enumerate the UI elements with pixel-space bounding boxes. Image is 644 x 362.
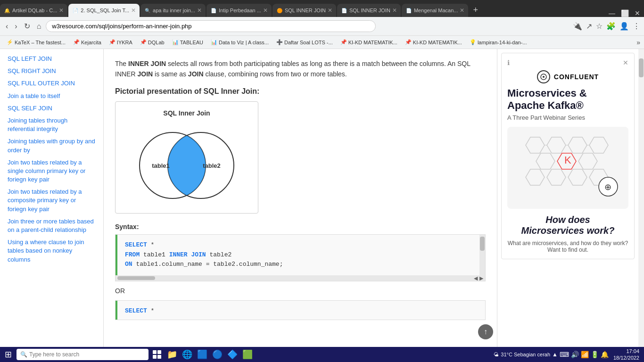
speaker-icon[interactable]: 🔊 <box>571 351 579 358</box>
puzzle-icon[interactable]: 🧩 <box>606 22 616 31</box>
taskbar-search-icon: 🔍 <box>20 351 27 358</box>
refresh-button[interactable]: ↻ <box>22 20 32 33</box>
back-button[interactable]: ‹ <box>4 20 10 33</box>
caret-up-icon[interactable]: ▲ <box>552 351 558 358</box>
taskbar-app-teams[interactable]: 🟦 <box>196 348 209 361</box>
tab-6-close[interactable]: ✕ <box>392 7 397 14</box>
page-layout: SQL LEFT JOIN SQL RIGHT JOIN SQL FULL OU… <box>0 49 644 347</box>
forward-button[interactable]: › <box>13 20 19 33</box>
start-button[interactable]: ⊞ <box>2 348 15 361</box>
code-scroll-x-1[interactable]: ◀ ▶ <box>116 275 485 281</box>
tab-4[interactable]: 📄 Intip Perbedaan ... ✕ <box>206 4 272 17</box>
window-controls: — ⬜ ✕ <box>605 9 644 17</box>
bookmark-dqlab[interactable]: 📌 DQLab <box>137 38 167 46</box>
tab-1[interactable]: 🔔 Artikel DQLab - C... ✕ <box>0 4 67 17</box>
tab-2-close[interactable]: ✕ <box>131 7 136 14</box>
bookmark-kikd2[interactable]: 📌 KI-KD MATEMATIK... <box>402 38 465 46</box>
star-icon[interactable]: ☆ <box>596 22 603 31</box>
taskbar-search-box[interactable]: 🔍 <box>17 349 149 360</box>
taskbar-app-file-explorer[interactable]: 📁 <box>165 348 179 361</box>
scroll-right-icon[interactable]: ▶ <box>479 275 483 281</box>
sidebar-item-join-table-itself[interactable]: Join a table to itself <box>0 90 103 102</box>
ad-close-button[interactable]: ✕ <box>623 59 628 66</box>
new-tab-button[interactable]: + <box>469 3 482 17</box>
sidebar-item-sql-self-join[interactable]: SQL SELF JOIN <box>0 102 103 115</box>
bookmark-kikd1-icon: 📌 <box>340 39 347 45</box>
profile-icon[interactable]: 👤 <box>619 22 629 31</box>
taskbar-app-edge2[interactable]: 🔷 <box>226 348 239 361</box>
taskbar-time-display[interactable]: 17:04 18/12/2022 <box>611 348 642 362</box>
svg-rect-26 <box>157 350 161 354</box>
notification-icon[interactable]: 🔔 <box>601 351 609 358</box>
bookmark-kejarcita[interactable]: 📌 Kejarcita <box>70 38 104 46</box>
code-scroll-v-1[interactable] <box>479 235 485 275</box>
sidebar-item-joining-tables-through[interactable]: Joining tables through referential integ… <box>0 115 103 135</box>
svg-marker-8 <box>526 137 545 153</box>
taskbar-app-edge[interactable]: 🌐 <box>181 348 194 361</box>
task-view-icon <box>152 350 162 359</box>
bookmark-kejarcita-icon: 📌 <box>73 39 80 45</box>
tab-5[interactable]: 🟠 SQL INNER JOIN ✕ <box>272 4 336 17</box>
battery-icon[interactable]: 🔋 <box>591 351 599 358</box>
pictorial-section-title: Pictorial presentation of SQL Inner Join… <box>115 87 486 96</box>
ad-info-icon[interactable]: ℹ <box>507 59 510 66</box>
confluent-logo: CONFLUENT <box>507 70 628 83</box>
bookmark-katex[interactable]: ⚡ KaTeX – The fastest... <box>4 38 68 46</box>
sidebar-item-sql-left-join[interactable]: SQL LEFT JOIN <box>0 53 103 65</box>
sidebar-item-join-two-tables-single[interactable]: Join two tables related by a single colu… <box>0 156 103 186</box>
sidebar-item-join-where-nonkey[interactable]: Using a where clause to join tables base… <box>0 236 103 266</box>
tab-3-close[interactable]: ✕ <box>197 7 202 14</box>
bookmark-soal[interactable]: ➕ Daftar Soal LOTS -... <box>273 38 336 46</box>
ad-title: Microservices & Apache Kafka® <box>507 87 628 112</box>
bookmarks-more-button[interactable]: » <box>636 39 640 46</box>
svg-marker-16 <box>526 169 545 185</box>
venn-svg: table1 table2 <box>123 121 250 206</box>
ad-network-svg: K ⊕ <box>514 132 622 203</box>
bookmark-dataviz[interactable]: 📊 Data to Viz | A class... <box>208 38 272 46</box>
bookmark-lampiran[interactable]: 💡 lampiran-14-ki-dan-... <box>467 38 530 46</box>
ad-tagline-2: Microservices work? <box>507 225 628 236</box>
scroll-left-icon[interactable]: ◀ <box>474 275 478 281</box>
page-scrollbar[interactable] <box>638 49 644 347</box>
syntax-section: Syntax: SELECT * FROM table1 INNER JOIN … <box>115 223 486 320</box>
tab-3[interactable]: 🔍 apa itu inner join... ✕ <box>140 4 206 17</box>
tab-1-icon: 🔔 <box>4 7 10 14</box>
sidebar-item-join-three-tables[interactable]: Join three or more tables based on a par… <box>0 215 103 236</box>
bookmark-soal-icon: ➕ <box>276 39 283 45</box>
bookmark-kikd1[interactable]: 📌 KI-KD MATEMATIK... <box>338 38 400 46</box>
keyboard-icon[interactable]: ⌨ <box>560 351 569 358</box>
bookmark-tableau[interactable]: 📊 TABLEAU <box>169 38 206 46</box>
taskbar-app-chrome[interactable]: 🔵 <box>211 348 224 361</box>
home-button[interactable]: ⌂ <box>35 20 43 33</box>
scroll-up-button[interactable]: ↑ <box>478 324 493 339</box>
tab-7[interactable]: 📄 Mengenal Macan... ✕ <box>402 4 469 17</box>
maximize-icon[interactable]: ⬜ <box>621 9 629 17</box>
tab-1-close[interactable]: ✕ <box>59 7 64 14</box>
minimize-icon[interactable]: — <box>609 9 615 17</box>
tab-1-title: Artikel DQLab - C... <box>12 8 57 13</box>
sidebar-item-joining-tables-group-by[interactable]: Joining tables with group by and order b… <box>0 135 103 156</box>
sidebar-item-sql-right-join[interactable]: SQL RIGHT JOIN <box>0 65 103 77</box>
sidebar-item-join-two-tables-composite[interactable]: Join two tables related by a composite p… <box>0 186 103 215</box>
extensions-icon[interactable]: 🔌 <box>573 22 582 31</box>
close-icon[interactable]: ✕ <box>635 9 640 17</box>
bookmark-iykra[interactable]: 📌 IYKRA <box>106 38 135 46</box>
taskbar-app-task-view[interactable] <box>150 348 164 361</box>
weather-text: 31°C Sebagian cerah <box>501 352 550 357</box>
bookmark-dataviz-icon: 📊 <box>211 39 217 45</box>
tab-5-close[interactable]: ✕ <box>328 7 332 14</box>
tab-2[interactable]: 📄 2. SQL_SQL Join T... ✕ <box>68 4 140 17</box>
tab-7-close[interactable]: ✕ <box>460 7 464 14</box>
address-input[interactable] <box>46 20 376 32</box>
sidebar-item-sql-full-outer-join[interactable]: SQL FULL OUTER JOIN <box>0 77 103 90</box>
tab-4-close[interactable]: ✕ <box>263 7 268 14</box>
taskbar-search-input[interactable] <box>29 351 124 358</box>
sidebar-nav: SQL LEFT JOIN SQL RIGHT JOIN SQL FULL OU… <box>0 49 104 347</box>
syntax-label: Syntax: <box>115 223 486 230</box>
menu-icon[interactable]: ⋮ <box>633 22 640 31</box>
wifi-icon[interactable]: 📶 <box>581 351 589 358</box>
taskbar-app-calculator[interactable]: 🟩 <box>241 348 254 361</box>
share-icon[interactable]: ↗ <box>586 22 592 31</box>
tab-6[interactable]: 📄 SQL INNER JOIN ✕ <box>337 4 401 17</box>
bookmark-kikd2-icon: 📌 <box>405 39 412 45</box>
